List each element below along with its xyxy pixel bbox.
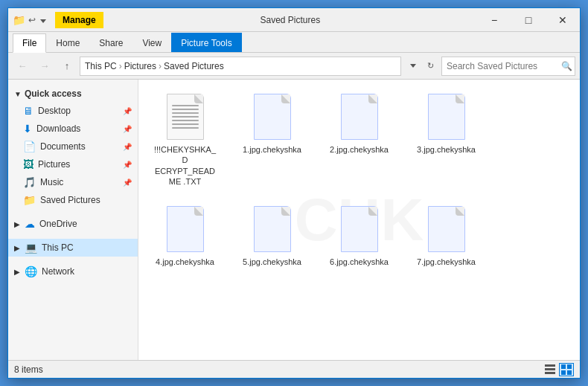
tile-view-button[interactable]: [559, 363, 574, 376]
sidebar-item-desktop[interactable]: 🖥 Desktop 📌: [8, 102, 138, 120]
sidebar-item-onedrive[interactable]: ▶ ☁ OneDrive: [8, 215, 138, 233]
tab-file[interactable]: File: [13, 33, 46, 53]
chekyshka-file-icon: [428, 206, 465, 252]
up-button[interactable]: ↑: [57, 57, 77, 76]
saved-pictures-icon: 📁: [23, 194, 36, 206]
file-item[interactable]: 4.jpg.chekyshka: [144, 198, 226, 272]
music-icon: 🎵: [23, 176, 36, 188]
txt-file-icon: [167, 94, 204, 140]
back-button[interactable]: ←: [13, 57, 32, 76]
collapse-icon[interactable]: ▶: [14, 268, 20, 276]
maximize-button[interactable]: □: [511, 8, 546, 32]
file-label: 1.jpg.chekyshka: [243, 144, 301, 155]
pin-icon: 📌: [123, 143, 132, 151]
view-buttons: [543, 363, 574, 376]
svg-rect-6: [567, 370, 572, 375]
chekyshka-file-icon: [341, 94, 378, 140]
address-dropdown[interactable]: [404, 57, 421, 76]
files-grid: !!!CHEKYSHKA_D ECRYPT_README .TXT 1.jpg.…: [144, 86, 574, 272]
this-pc-icon: 💻: [25, 242, 37, 254]
sidebar-quick-access: ▼ Quick access 🖥 Desktop 📌 ⬇ Downloads 📌…: [8, 83, 138, 212]
items-count: 8 items: [14, 364, 43, 375]
sidebar-item-this-pc[interactable]: ▶ 💻 This PC: [8, 239, 138, 257]
refresh-button[interactable]: ↻: [422, 57, 438, 76]
tab-home[interactable]: Home: [46, 33, 89, 52]
forward-button[interactable]: →: [35, 57, 54, 76]
folder-icon: 📁: [13, 14, 25, 26]
svg-rect-3: [561, 364, 566, 369]
tab-share[interactable]: Share: [89, 33, 132, 52]
desktop-icon: 🖥: [23, 105, 33, 117]
svg-rect-5: [561, 370, 566, 375]
ribbon-tabs: File Home Share View Picture Tools: [8, 32, 580, 53]
collapse-icon[interactable]: ▶: [14, 220, 20, 228]
documents-icon: 📄: [23, 141, 36, 152]
collapse-icon[interactable]: ▼: [14, 90, 22, 98]
file-icon-container: [424, 91, 469, 143]
sidebar: ▼ Quick access 🖥 Desktop 📌 ⬇ Downloads 📌…: [8, 80, 138, 360]
file-label: 4.jpg.chekyshka: [156, 257, 214, 267]
search-input[interactable]: [447, 61, 558, 71]
file-item[interactable]: 7.jpg.chekyshka: [406, 198, 487, 272]
file-icon-container: [337, 203, 382, 255]
chekyshka-file-icon: [167, 206, 204, 252]
chekyshka-file-icon: [254, 206, 291, 252]
svg-rect-2: [545, 372, 555, 374]
dropdown-arrow-icon[interactable]: [39, 15, 46, 25]
svg-rect-0: [545, 364, 555, 367]
undo-icon[interactable]: ↩: [28, 15, 36, 25]
file-icon-container: [163, 203, 208, 255]
sidebar-onedrive: ▶ ☁ OneDrive: [8, 212, 138, 236]
file-item[interactable]: 3.jpg.chekyshka: [406, 86, 487, 192]
sidebar-item-music[interactable]: 🎵 Music 📌: [8, 173, 138, 191]
chekyshka-file-icon: [254, 94, 291, 140]
tab-view[interactable]: View: [132, 33, 171, 52]
address-bar: ← → ↑ This PC › Pictures › Saved Picture…: [8, 53, 580, 80]
sidebar-this-pc: ▶ 💻 This PC: [8, 236, 138, 260]
manage-tab-title[interactable]: Manage: [55, 12, 103, 28]
close-button[interactable]: ✕: [546, 8, 580, 32]
main-area: ▼ Quick access 🖥 Desktop 📌 ⬇ Downloads 📌…: [8, 80, 580, 360]
svg-rect-4: [567, 364, 572, 369]
file-icon-container: [424, 203, 469, 255]
path-this-pc[interactable]: This PC: [85, 61, 117, 71]
file-item[interactable]: 1.jpg.chekyshka: [231, 86, 313, 192]
collapse-icon[interactable]: ▶: [14, 244, 20, 252]
chekyshka-file-icon: [428, 94, 465, 140]
path-saved-pictures[interactable]: Saved Pictures: [164, 61, 224, 71]
file-icon-container: [250, 203, 295, 255]
title-bar-left: 📁 ↩ Manage: [8, 12, 103, 28]
onedrive-icon: ☁: [25, 218, 35, 230]
sidebar-item-saved-pictures[interactable]: 📁 Saved Pictures: [8, 191, 138, 209]
minimize-button[interactable]: −: [477, 8, 511, 32]
svg-rect-1: [545, 368, 555, 370]
chekyshka-file-icon: [341, 206, 378, 252]
address-path[interactable]: This PC › Pictures › Saved Pictures: [80, 57, 401, 76]
sidebar-item-pictures[interactable]: 🖼 Pictures 📌: [8, 155, 138, 173]
tab-picture-tools[interactable]: Picture Tools: [171, 33, 241, 52]
address-actions: ↻: [404, 57, 438, 76]
file-icon-container: [337, 91, 382, 143]
content-area: CHK: [138, 80, 580, 360]
search-box[interactable]: 🔍: [441, 57, 575, 76]
pin-icon: 📌: [123, 125, 132, 133]
file-label: 5.jpg.chekyshka: [243, 257, 301, 267]
downloads-icon: ⬇: [23, 123, 32, 135]
file-item[interactable]: 6.jpg.chekyshka: [319, 198, 400, 272]
file-label: 7.jpg.chekyshka: [417, 257, 476, 267]
sidebar-item-network[interactable]: ▶ 🌐 Network: [8, 263, 138, 280]
file-item[interactable]: 2.jpg.chekyshka: [319, 86, 400, 192]
sidebar-item-downloads[interactable]: ⬇ Downloads 📌: [8, 120, 138, 138]
sidebar-item-documents[interactable]: 📄 Documents 📌: [8, 138, 138, 155]
pin-icon: 📌: [123, 107, 132, 115]
spacer: [493, 86, 574, 192]
pin-icon: 📌: [123, 161, 132, 169]
file-icon-container: [250, 91, 295, 143]
file-item[interactable]: 5.jpg.chekyshka: [231, 198, 313, 272]
pictures-icon: 🖼: [23, 158, 33, 170]
path-pictures[interactable]: Pictures: [124, 61, 156, 71]
list-view-button[interactable]: [543, 363, 557, 376]
txt-lines: [172, 105, 199, 131]
file-item[interactable]: !!!CHEKYSHKA_D ECRYPT_README .TXT: [144, 86, 226, 192]
window-title: Saved Pictures: [103, 15, 477, 25]
